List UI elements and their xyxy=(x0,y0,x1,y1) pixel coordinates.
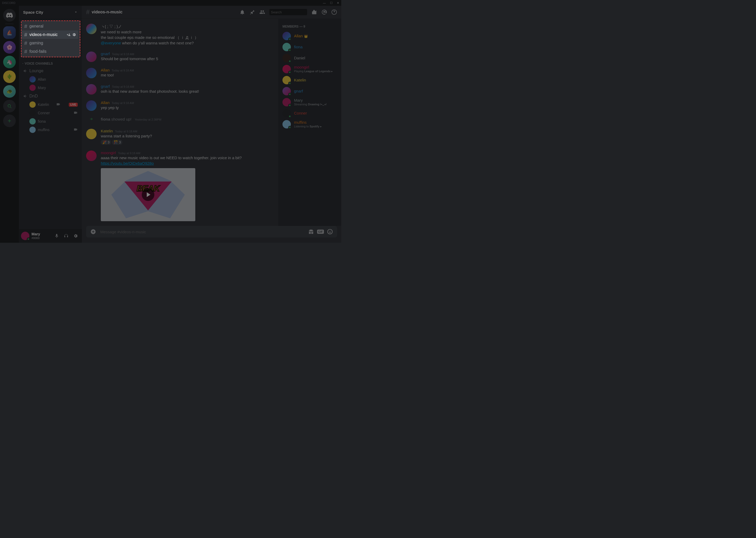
voice-category-header[interactable]: VOICE CHANNELS xyxy=(21,60,82,67)
server-icon[interactable]: 🦄 xyxy=(3,56,16,68)
video-icon xyxy=(73,128,78,133)
channel-food-fails[interactable]: # food-fails xyxy=(22,47,78,56)
search-box[interactable] xyxy=(269,9,307,15)
voice-channel-lounge[interactable]: Lounge xyxy=(21,67,80,75)
server-header[interactable]: Space City xyxy=(19,6,82,19)
close-icon[interactable]: ✕ xyxy=(337,1,339,5)
message-timestamp: Today at 9:18 AM xyxy=(112,85,134,88)
reaction[interactable]: 🎉3 xyxy=(101,140,111,145)
member-item[interactable]: Conner xyxy=(280,108,339,119)
message-timestamp: Today at 9:18 AM xyxy=(118,152,140,155)
message-text: wanna start a listening party? xyxy=(101,133,274,139)
member-name: muffins xyxy=(294,120,337,125)
reaction[interactable]: 🎊3 xyxy=(112,140,122,145)
server-icon[interactable]: 🌸 xyxy=(3,41,16,54)
add-attachment-icon[interactable] xyxy=(90,229,96,235)
server-icon[interactable]: 🐢 xyxy=(3,85,16,98)
svg-point-3 xyxy=(329,231,330,232)
server-icon[interactable]: 🌵 xyxy=(3,71,16,83)
explore-servers-button[interactable] xyxy=(3,100,16,112)
voice-user[interactable]: Allan xyxy=(21,75,80,83)
voice-user[interactable]: fiona xyxy=(21,117,80,126)
channel-general[interactable]: # general xyxy=(22,22,78,30)
member-list-icon[interactable] xyxy=(260,9,265,15)
gift-icon[interactable] xyxy=(308,229,314,235)
avatar[interactable] xyxy=(86,68,97,78)
voice-user[interactable]: muffins xyxy=(21,126,80,134)
message-author[interactable]: Allan xyxy=(101,100,110,105)
channel-gaming[interactable]: # gaming xyxy=(22,39,78,47)
member-item[interactable]: Daniel xyxy=(280,53,339,64)
status-online-icon xyxy=(288,126,291,129)
user-settings-button[interactable] xyxy=(71,232,80,240)
avatar[interactable] xyxy=(86,100,97,111)
member-item[interactable]: muffins Listening to Spotify ▸ xyxy=(280,119,339,130)
voice-channel-dnd[interactable]: DnD xyxy=(21,92,80,100)
gear-icon[interactable] xyxy=(72,32,76,37)
message-author[interactable]: gnarf xyxy=(101,51,110,56)
member-item[interactable]: moongirl Playing League of Legends ▸ xyxy=(280,64,339,75)
voice-user[interactable]: Conner xyxy=(21,109,80,117)
system-author[interactable]: fiona xyxy=(101,117,110,121)
home-button[interactable] xyxy=(3,9,16,22)
channel-videos-n-music[interactable]: # videos-n-music xyxy=(22,30,78,39)
message-link[interactable]: https://youtu.be/OiDx6aQ928o xyxy=(101,161,154,166)
emoji-icon[interactable] xyxy=(327,229,333,235)
voice-user[interactable]: KatelinLIVE xyxy=(21,100,80,109)
mute-button[interactable] xyxy=(53,232,61,240)
member-activity: Streaming Drawing \•◡•/ xyxy=(294,103,337,106)
message-timestamp: Today at 9:18 AM xyxy=(115,130,137,133)
user-tag: #0000 xyxy=(31,237,50,240)
server-space-city[interactable]: ⛵ xyxy=(3,26,16,39)
avatar[interactable] xyxy=(86,51,97,62)
message-author[interactable]: gnarf xyxy=(101,84,110,88)
help-icon[interactable] xyxy=(331,9,337,15)
member-item[interactable]: fiona xyxy=(280,41,339,53)
message-author[interactable]: Katelin xyxy=(101,129,113,133)
member-item[interactable]: Allan 👑 xyxy=(280,30,339,41)
add-server-button[interactable]: + xyxy=(3,115,16,127)
notifications-icon[interactable] xyxy=(239,9,245,15)
status-online-icon xyxy=(27,238,30,241)
avatar[interactable] xyxy=(86,129,97,139)
message-author[interactable]: moongirl xyxy=(101,150,116,155)
pinned-messages-icon[interactable] xyxy=(249,9,255,15)
member-list-header: MEMBERS — 9 xyxy=(280,23,339,30)
channel-panel: Space City # general# videos-n-music # g… xyxy=(19,6,82,243)
mention[interactable]: @everyone xyxy=(101,41,121,45)
maximize-icon[interactable]: ☐ xyxy=(330,1,333,5)
server-name: Space City xyxy=(23,10,43,15)
voice-user-name: Katelin xyxy=(38,102,49,107)
member-activity: Playing League of Legends ▸ xyxy=(294,70,337,73)
member-list: MEMBERS — 9 Allan 👑 fiona Daniel m xyxy=(278,19,341,226)
minimize-icon[interactable]: — xyxy=(323,1,326,5)
message-input[interactable] xyxy=(100,230,304,234)
invite-icon[interactable] xyxy=(67,32,71,37)
gif-button[interactable]: GIF xyxy=(317,230,324,234)
inbox-icon[interactable] xyxy=(311,9,317,15)
message-timestamp: Today at 9:18 AM xyxy=(112,101,134,105)
search-input[interactable] xyxy=(271,10,315,14)
video-embed[interactable]: BEAK xyxy=(101,168,195,221)
status-online-icon xyxy=(288,93,291,96)
status-online-icon xyxy=(288,60,291,63)
member-item[interactable]: gnarf xyxy=(280,86,339,97)
crown-icon: 👑 xyxy=(304,34,308,38)
status-online-icon xyxy=(288,49,291,52)
member-name: Daniel xyxy=(294,56,337,60)
message-author[interactable]: Allan xyxy=(101,68,110,72)
svg-point-4 xyxy=(330,231,331,232)
message: gnarf Today at 9:18 AM Should be good to… xyxy=(86,49,274,63)
member-item[interactable]: Katelin xyxy=(280,75,339,86)
avatar[interactable] xyxy=(86,84,97,94)
voice-user[interactable]: Mary xyxy=(21,83,80,92)
hash-icon: # xyxy=(86,8,89,16)
deafen-button[interactable] xyxy=(62,232,71,240)
member-item[interactable]: Mary Streaming Drawing \•◡•/ xyxy=(280,97,339,108)
avatar[interactable] xyxy=(86,150,97,161)
message-text: me too! xyxy=(101,72,274,78)
system-join-message: fiona showed up! Yesterday at 2:38PM xyxy=(86,115,274,124)
play-button-icon[interactable] xyxy=(142,188,154,201)
avatar[interactable] xyxy=(86,24,97,34)
mentions-icon[interactable] xyxy=(321,9,327,15)
